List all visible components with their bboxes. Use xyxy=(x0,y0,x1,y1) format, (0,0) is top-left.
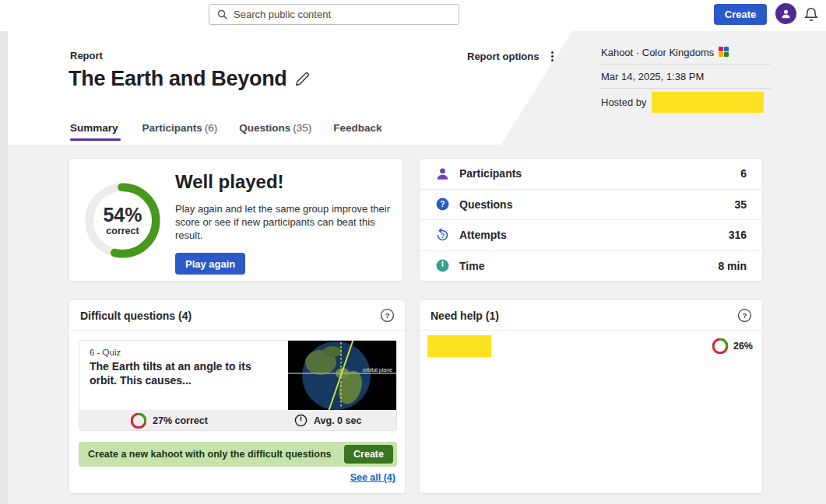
stat-row-time: Time 8 min xyxy=(420,251,762,282)
kahoot-name-row: Kahoot · Color Kingdoms xyxy=(601,40,771,64)
report-tabs: Summary Participants(6) Questions(35) Fe… xyxy=(70,122,385,141)
participants-value: 6 xyxy=(740,167,747,180)
play-again-button[interactable]: Play again xyxy=(175,253,245,275)
avg-time-clock-icon xyxy=(294,414,308,427)
report-options-label: Report options xyxy=(467,51,539,62)
question-avg-time-text: Avg. 0 sec xyxy=(314,415,361,426)
banner-text: Create a new kahoot with only the diffic… xyxy=(88,449,344,460)
question-text: The Earth tilts at an angle to its orbit… xyxy=(90,359,279,387)
notifications-bell-icon[interactable] xyxy=(803,6,819,23)
question-correct-donut xyxy=(131,413,146,429)
date-row: Mar 14, 2025, 1:38 PM xyxy=(601,65,771,88)
search-box[interactable] xyxy=(209,4,459,25)
stat-row-participants: Participants 6 xyxy=(420,159,762,190)
question-stats-bar: 27% correct Avg. 0 sec xyxy=(79,410,396,431)
create-button[interactable]: Create xyxy=(714,4,767,25)
page-title-row: The Earth and Beyond xyxy=(69,67,310,91)
kahoot-name: Kahoot · Color Kingdoms xyxy=(601,47,714,58)
well-played-card: 54% correct Well played! Play again and … xyxy=(69,158,403,282)
attempts-icon: ? xyxy=(435,228,450,243)
stat-row-questions: ? Questions 35 xyxy=(420,190,762,221)
report-options[interactable]: Report options xyxy=(467,50,557,62)
tab-participants[interactable]: Participants(6) xyxy=(142,122,218,141)
kahoot-logo-icon xyxy=(719,47,729,58)
difficult-questions-header: Difficult questions (4) ? xyxy=(69,300,405,331)
page-title: The Earth and Beyond xyxy=(69,67,287,91)
question-circle-icon: ? xyxy=(435,197,450,212)
avatar[interactable] xyxy=(775,3,796,24)
difficult-questions-title: Difficult questions (4) xyxy=(80,310,192,322)
session-date: Mar 14, 2025, 1:38 PM xyxy=(601,71,704,82)
hosted-by-label: Hosted by xyxy=(601,96,647,108)
time-value: 8 min xyxy=(718,260,747,272)
session-meta-panel: Kahoot · Color Kingdoms Mar 14, 2025, 1:… xyxy=(601,40,771,115)
svg-text:?: ? xyxy=(742,311,747,320)
hosted-by-redacted xyxy=(652,92,764,113)
need-help-title: Need help (1) xyxy=(431,310,499,322)
person-icon xyxy=(435,166,450,181)
well-played-description: Play again and let the same group improv… xyxy=(175,202,395,242)
svg-text:?: ? xyxy=(440,200,445,208)
question-image: orbital plane xyxy=(288,341,396,410)
participant-name-redacted xyxy=(427,335,491,357)
help-circle-icon[interactable]: ? xyxy=(737,308,752,323)
report-label: Report xyxy=(70,50,103,61)
overall-correct-value: 54% correct xyxy=(85,183,160,258)
need-help-card: Need help (1) ? 26% xyxy=(419,299,763,494)
user-icon xyxy=(780,8,792,19)
question-text-block: 6 - Quiz The Earth tilts at an angle to … xyxy=(79,341,288,410)
questions-value: 35 xyxy=(734,198,747,211)
need-help-percent: 26% xyxy=(733,341,753,352)
see-all-link[interactable]: See all (4) xyxy=(350,472,395,483)
tab-feedback[interactable]: Feedback xyxy=(333,122,384,141)
attempts-value: 316 xyxy=(729,229,747,241)
help-circle-icon[interactable]: ? xyxy=(380,308,395,323)
banner-create-button[interactable]: Create xyxy=(344,445,393,464)
need-help-row[interactable]: 26% xyxy=(420,330,762,362)
tab-summary[interactable]: Summary xyxy=(70,122,121,141)
stat-row-attempts: ? Attempts 316 xyxy=(420,220,762,251)
difficult-question-item[interactable]: 6 - Quiz The Earth tilts at an angle to … xyxy=(79,340,397,431)
well-played-title: Well played! xyxy=(175,171,284,193)
question-avg-time-stat: Avg. 0 sec xyxy=(294,410,361,431)
need-help-donut xyxy=(712,338,728,354)
question-type-label: 6 - Quiz xyxy=(90,348,279,357)
edit-pencil-icon[interactable] xyxy=(295,72,310,86)
difficult-questions-card: Difficult questions (4) ? 6 - Quiz The E… xyxy=(69,299,406,494)
question-correct-text: 27% correct xyxy=(153,415,208,426)
create-difficult-kahoot-banner: Create a new kahoot with only the diffic… xyxy=(79,442,397,467)
clock-icon xyxy=(435,258,450,273)
svg-text:?: ? xyxy=(385,311,389,320)
search-icon xyxy=(216,9,228,20)
hosted-by-row: Hosted by xyxy=(601,89,771,115)
top-navigation-bar: Create xyxy=(0,0,826,31)
question-image-caption: orbital plane xyxy=(360,367,392,373)
svg-text:?: ? xyxy=(441,232,445,240)
search-input[interactable] xyxy=(234,9,459,20)
session-stats-card: Participants 6 ? Questions 35 ? Attempts… xyxy=(419,158,763,282)
need-help-header: Need help (1) ? xyxy=(420,300,762,331)
tab-questions[interactable]: Questions(35) xyxy=(239,122,311,141)
question-correct-stat: 27% correct xyxy=(131,410,208,431)
kebab-menu-icon[interactable] xyxy=(547,50,557,62)
